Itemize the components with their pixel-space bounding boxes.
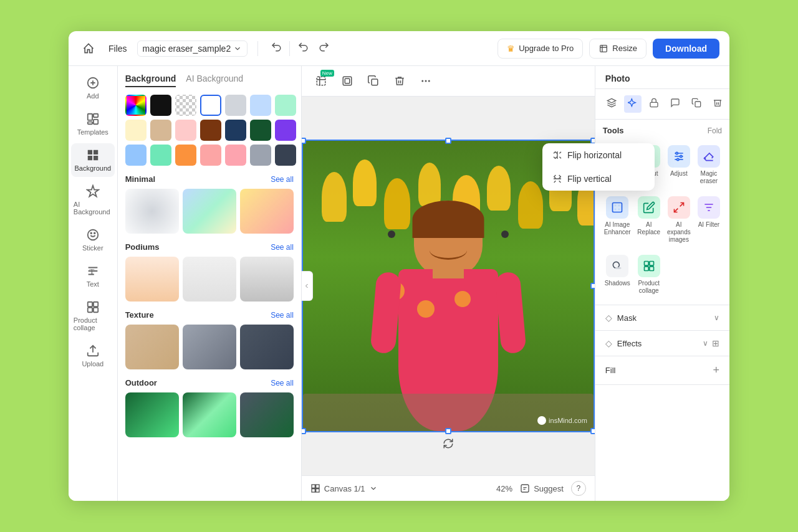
copy-button[interactable] bbox=[688, 95, 705, 113]
redo-button[interactable] bbox=[316, 39, 332, 58]
comment-button[interactable] bbox=[666, 95, 684, 113]
svg-point-8 bbox=[94, 232, 95, 234]
sidebar-item-templates[interactable]: Templates bbox=[71, 107, 115, 141]
bg-podium-2[interactable] bbox=[183, 257, 236, 302]
texture-see-all[interactable]: See all bbox=[271, 311, 294, 320]
effects-settings-icon[interactable]: ⊞ bbox=[712, 338, 719, 348]
color-swatch-black[interactable] bbox=[150, 95, 171, 116]
download-button[interactable]: Download bbox=[653, 39, 719, 59]
resize-button[interactable]: Resize bbox=[589, 39, 647, 59]
tool-ai-replace[interactable]: AI Replace bbox=[636, 192, 662, 247]
files-button[interactable]: Files bbox=[106, 44, 130, 54]
color-swatch-orange[interactable] bbox=[175, 145, 196, 166]
color-swatch-mint[interactable] bbox=[275, 95, 296, 116]
color-swatch-pink[interactable] bbox=[200, 145, 221, 166]
flip-vertical-item[interactable]: Flip vertical bbox=[542, 167, 655, 191]
bg-minimal-1[interactable] bbox=[125, 189, 179, 234]
color-swatch-softblue[interactable] bbox=[250, 95, 271, 116]
tool-ai-enhancer[interactable]: AI Image Enhancer bbox=[603, 192, 632, 247]
color-swatch-lightpeach[interactable] bbox=[175, 120, 196, 141]
bg-tab-ai[interactable]: AI Background bbox=[186, 74, 243, 87]
tools-section-header: Tools Fold bbox=[603, 126, 722, 135]
sidebar-item-product-collage[interactable]: Product collage bbox=[71, 295, 115, 336]
fit-button[interactable] bbox=[337, 72, 358, 90]
bg-minimal-2[interactable] bbox=[183, 189, 236, 234]
color-swatch-selected[interactable] bbox=[200, 95, 221, 116]
mask-accordion-header[interactable]: ◇ Mask ∨ bbox=[595, 305, 729, 330]
suggest-button[interactable]: Suggest bbox=[520, 483, 564, 493]
color-swatch-lightgray[interactable] bbox=[225, 95, 246, 116]
magic-select-button[interactable] bbox=[624, 95, 642, 113]
color-swatch-salmon[interactable] bbox=[225, 145, 246, 166]
canvas-pages[interactable]: Canvas 1/1 bbox=[310, 483, 378, 493]
svg-rect-29 bbox=[695, 102, 701, 107]
tool-product-collage[interactable]: Product collage bbox=[636, 251, 662, 298]
layers-button[interactable] bbox=[603, 95, 620, 113]
tool-magic-eraser[interactable]: Magic eraser bbox=[696, 141, 722, 189]
duplicate-button[interactable] bbox=[363, 72, 384, 90]
color-swatch-darkgreen[interactable] bbox=[250, 120, 271, 141]
sidebar-templates-label: Templates bbox=[77, 128, 108, 136]
help-button[interactable]: ? bbox=[571, 481, 586, 496]
tool-ai-enhancer-label: AI Image Enhancer bbox=[604, 221, 631, 236]
upgrade-button[interactable]: ♛ Upgrade to Pro bbox=[498, 39, 583, 59]
home-button[interactable] bbox=[79, 39, 99, 59]
color-swatch-purple[interactable] bbox=[275, 120, 296, 141]
rotate-handle[interactable] bbox=[442, 437, 454, 450]
smart-crop-button[interactable]: New bbox=[310, 72, 332, 90]
flip-horizontal-item[interactable]: Flip horizontal bbox=[542, 143, 655, 167]
bg-texture-2[interactable] bbox=[183, 325, 236, 369]
effects-accordion-header[interactable]: ◇ Effects ∨ ⊞ bbox=[595, 331, 729, 356]
undo-button[interactable] bbox=[268, 39, 284, 58]
bg-tab-background[interactable]: Background bbox=[125, 74, 176, 87]
color-swatch-tan[interactable] bbox=[150, 120, 171, 141]
podiums-see-all[interactable]: See all bbox=[271, 243, 294, 252]
bg-outdoor-1[interactable] bbox=[125, 392, 179, 437]
resize-handle-br[interactable] bbox=[590, 428, 595, 434]
bg-outdoor-3[interactable] bbox=[240, 392, 294, 437]
tool-ai-filter[interactable]: AI Filter bbox=[696, 192, 722, 247]
tool-shadows[interactable]: Shadows bbox=[603, 251, 632, 298]
sidebar-item-text[interactable]: T Text bbox=[71, 259, 115, 293]
collapse-panel-button[interactable] bbox=[302, 271, 313, 301]
sidebar-item-ai-background[interactable]: AI Background bbox=[71, 179, 115, 221]
fill-add-button[interactable]: + bbox=[713, 364, 719, 377]
filename-button[interactable]: magic eraser_sample2 bbox=[137, 40, 248, 57]
bg-minimal-3[interactable] bbox=[240, 189, 294, 234]
bg-texture-3[interactable] bbox=[240, 325, 294, 369]
tool-adjust[interactable]: Adjust bbox=[666, 141, 692, 189]
bg-podium-3[interactable] bbox=[240, 257, 294, 302]
sidebar-item-upload[interactable]: Upload bbox=[71, 339, 115, 373]
lock-button[interactable] bbox=[645, 95, 663, 113]
color-swatch-steelblue[interactable] bbox=[125, 145, 147, 166]
color-swatch-darkgray[interactable] bbox=[275, 145, 296, 166]
outdoor-see-all[interactable]: See all bbox=[271, 379, 294, 387]
color-swatch-transparent[interactable] bbox=[175, 95, 196, 116]
resize-handle-tc[interactable] bbox=[445, 138, 451, 144]
undo-btn2[interactable] bbox=[295, 39, 311, 58]
more-button[interactable] bbox=[415, 72, 436, 90]
sidebar-item-sticker[interactable]: Sticker bbox=[71, 223, 115, 257]
resize-handle-bc[interactable] bbox=[445, 428, 451, 434]
svg-point-20 bbox=[425, 80, 426, 82]
color-swatch-teal[interactable] bbox=[150, 145, 171, 166]
delete-button[interactable] bbox=[389, 72, 410, 90]
bg-outdoor-2[interactable] bbox=[183, 392, 236, 437]
color-swatch-rainbow[interactable] bbox=[125, 95, 147, 116]
resize-handle-bl[interactable] bbox=[302, 428, 306, 434]
tools-fold[interactable]: Fold bbox=[708, 126, 722, 135]
sidebar-item-background[interactable]: Background bbox=[71, 143, 115, 177]
resize-handle-tl[interactable] bbox=[302, 138, 306, 144]
color-swatch-navy[interactable] bbox=[225, 120, 246, 141]
resize-handle-mr[interactable] bbox=[590, 283, 595, 289]
svg-text:T: T bbox=[89, 267, 94, 276]
tool-ai-expands[interactable]: AI expands images bbox=[666, 192, 692, 247]
sidebar-item-add[interactable]: Add bbox=[71, 71, 115, 105]
bg-podium-1[interactable] bbox=[125, 257, 179, 302]
minimal-see-all[interactable]: See all bbox=[271, 175, 294, 184]
bg-texture-1[interactable] bbox=[125, 325, 179, 369]
color-swatch-brown[interactable] bbox=[200, 120, 221, 141]
trash-button[interactable] bbox=[709, 95, 726, 113]
color-swatch-slategray[interactable] bbox=[250, 145, 271, 166]
color-swatch-cream[interactable] bbox=[125, 120, 147, 141]
